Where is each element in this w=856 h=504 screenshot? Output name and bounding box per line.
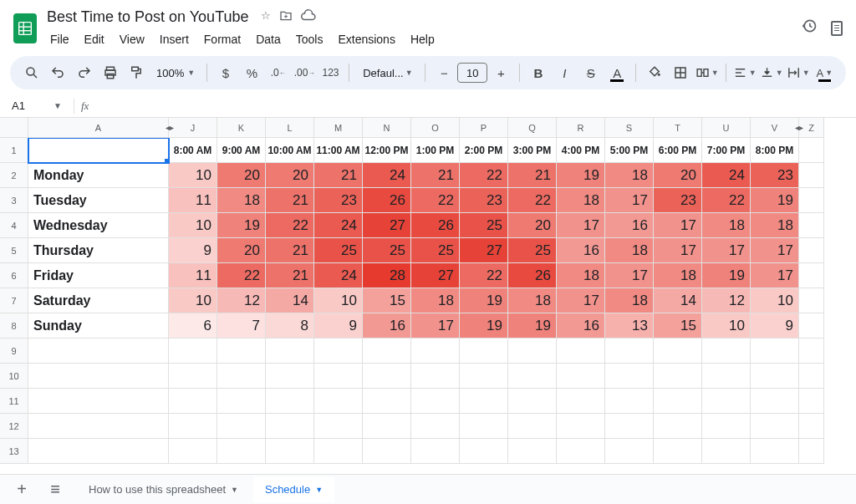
more-formats-button[interactable]: 123 [319, 61, 342, 84]
cell-Z1[interactable] [799, 138, 824, 163]
cell-M3[interactable]: 23 [314, 188, 363, 213]
cell-O12[interactable] [411, 414, 460, 439]
cell-P9[interactable] [460, 339, 508, 364]
cell-V7[interactable]: 10 [751, 288, 799, 313]
cell-J13[interactable] [169, 439, 217, 464]
fill-color-button[interactable] [643, 61, 665, 84]
cell-R1[interactable]: 4:00 PM [557, 138, 605, 163]
add-sheet-button[interactable]: + [10, 480, 33, 499]
cell-Q12[interactable] [508, 414, 557, 439]
cell-Q10[interactable] [508, 364, 557, 389]
cell-Q6[interactable]: 26 [508, 263, 557, 288]
cell-O9[interactable] [411, 339, 460, 364]
cell-S12[interactable] [605, 414, 654, 439]
redo-button[interactable] [73, 61, 95, 84]
cell-Z12[interactable] [799, 414, 824, 439]
paint-format-button[interactable] [125, 61, 148, 84]
cell-Z13[interactable] [799, 439, 824, 464]
cell-L9[interactable] [266, 339, 314, 364]
horizontal-align-button[interactable]: ▼ [733, 61, 757, 84]
cell-Z5[interactable] [799, 238, 824, 263]
cell-S6[interactable]: 17 [605, 263, 654, 288]
column-header-T[interactable]: T [654, 118, 702, 138]
cell-Z4[interactable] [799, 213, 824, 238]
cell-Z9[interactable] [799, 339, 824, 364]
increase-font-button[interactable]: + [489, 61, 512, 84]
cell-T4[interactable]: 17 [654, 213, 702, 238]
row-header-11[interactable]: 11 [0, 389, 28, 414]
cell-S10[interactable] [605, 364, 654, 389]
cell-M5[interactable]: 25 [314, 238, 363, 263]
cell-U6[interactable]: 19 [702, 263, 751, 288]
cell-K13[interactable] [217, 439, 266, 464]
undo-button[interactable] [46, 61, 69, 84]
column-header-S[interactable]: S [605, 118, 654, 138]
cell-S13[interactable] [605, 439, 654, 464]
all-sheets-button[interactable]: ≡ [43, 480, 67, 499]
cell-N10[interactable] [363, 364, 411, 389]
cell-T11[interactable] [654, 389, 702, 414]
cell-J7[interactable]: 10 [169, 288, 217, 313]
star-icon[interactable]: ☆ [261, 9, 271, 25]
cell-M8[interactable]: 9 [314, 313, 363, 339]
cell-J12[interactable] [169, 414, 217, 439]
increase-decimal-button[interactable]: .00→ [293, 61, 315, 84]
cell-R13[interactable] [557, 439, 605, 464]
cell-M2[interactable]: 21 [314, 163, 363, 188]
cell-O3[interactable]: 22 [411, 188, 460, 213]
column-header-Q[interactable]: Q [508, 118, 557, 138]
column-header-L[interactable]: L [266, 118, 314, 138]
cell-P11[interactable] [460, 389, 508, 414]
cell-S4[interactable]: 16 [605, 213, 654, 238]
cell-T2[interactable]: 20 [654, 163, 702, 188]
cell-L3[interactable]: 21 [266, 188, 314, 213]
cell-A1[interactable] [28, 138, 169, 163]
cell-S11[interactable] [605, 389, 654, 414]
cell-M6[interactable]: 24 [314, 263, 363, 288]
cell-O10[interactable] [411, 364, 460, 389]
cell-Z6[interactable] [799, 263, 824, 288]
cell-M7[interactable]: 10 [314, 288, 363, 313]
cell-P6[interactable]: 22 [460, 263, 508, 288]
cell-J9[interactable] [169, 339, 217, 364]
cell-O6[interactable]: 27 [411, 263, 460, 288]
cell-A3[interactable]: Tuesday [28, 188, 169, 213]
cell-N5[interactable]: 25 [363, 238, 411, 263]
cell-T5[interactable]: 17 [654, 238, 702, 263]
cell-R2[interactable]: 19 [557, 163, 605, 188]
row-header-1[interactable]: 1 [0, 138, 28, 163]
document-title[interactable]: Best Time to Post on YouTube [43, 7, 252, 28]
cell-K12[interactable] [217, 414, 266, 439]
cell-U9[interactable] [702, 339, 751, 364]
cell-U8[interactable]: 10 [702, 313, 751, 339]
cell-A5[interactable]: Thursday [28, 238, 169, 263]
cell-K5[interactable]: 20 [217, 238, 266, 263]
zoom-select[interactable]: 100%▼ [151, 67, 200, 79]
cloud-status-icon[interactable] [301, 9, 316, 25]
column-header-P[interactable]: P [460, 118, 508, 138]
row-header-8[interactable]: 8 [0, 313, 28, 339]
cell-J6[interactable]: 11 [169, 263, 217, 288]
cell-K1[interactable]: 9:00 AM [217, 138, 266, 163]
bold-button[interactable]: B [527, 61, 549, 84]
merge-cells-button[interactable]: ▼ [696, 61, 719, 84]
formula-bar[interactable]: fx [81, 99, 849, 113]
cell-T6[interactable]: 18 [654, 263, 702, 288]
chevron-down-icon[interactable]: ▼ [315, 486, 323, 494]
font-family-select[interactable]: Defaul...▼ [356, 67, 418, 79]
decrease-decimal-button[interactable]: .0← [267, 61, 289, 84]
sheet-tab[interactable]: Schedule▼ [253, 476, 334, 502]
menu-extensions[interactable]: Extensions [331, 29, 401, 49]
cell-Z3[interactable] [799, 188, 824, 213]
cell-S5[interactable]: 18 [605, 238, 654, 263]
move-icon[interactable] [279, 9, 293, 25]
cell-N2[interactable]: 24 [363, 163, 411, 188]
cell-Q2[interactable]: 21 [508, 163, 557, 188]
cell-N3[interactable]: 26 [363, 188, 411, 213]
cell-U2[interactable]: 24 [702, 163, 751, 188]
cell-V5[interactable]: 17 [751, 238, 799, 263]
cell-O8[interactable]: 17 [411, 313, 460, 339]
cell-L10[interactable] [266, 364, 314, 389]
cell-O1[interactable]: 1:00 PM [411, 138, 460, 163]
cell-S9[interactable] [605, 339, 654, 364]
